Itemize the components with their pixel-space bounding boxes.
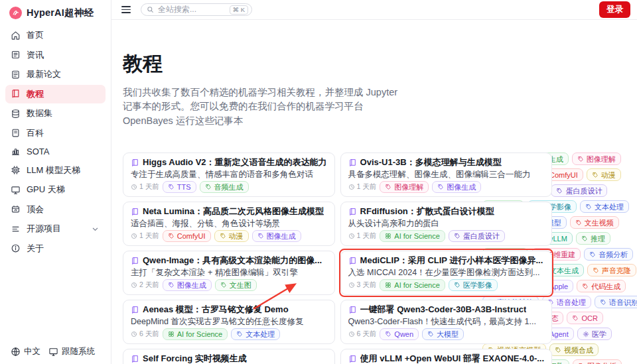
tag-pill[interactable]: 医学 [577,328,612,340]
tag-label: 医学 [592,330,606,339]
card-description: 适合插画、海报、分镜、角色设计等场景 [131,218,327,229]
sidebar-item-label: SOTA [27,147,49,156]
sidebar-item-label: 开源项目 [27,223,61,235]
search-input[interactable]: 全站搜索... ⌘ K [141,3,252,16]
sidebar-item-opensource[interactable]: 开源项目 [5,219,106,238]
card-title: RFdiffusion：扩散式蛋白设计模型 [348,206,545,217]
card-title: 一键部署 Qwen3-Coder-30B-A3B-Instruct [348,304,545,315]
sidebar-item-gpu-rank[interactable]: GPU 天梯 [5,180,106,199]
grid-icon [385,233,391,239]
tag-icon [168,233,175,239]
tag-pill[interactable]: 文本处理 [580,200,629,213]
tag-pill[interactable]: AI for Science [380,230,445,242]
sidebar-item-conferences[interactable]: 顶会 [5,200,106,219]
card-timestamp: 2 天前 [131,280,159,290]
tag-label: 图像生成 [447,182,476,192]
tag-label: AI for Science [177,330,222,339]
tag-pill[interactable]: 语音识别 [595,296,637,308]
tag-pill[interactable]: 图像理解 [572,152,621,165]
tag-label: 图像理解 [394,182,423,192]
tutorial-card[interactable]: Ovis-U1-3B：多模态理解与生成模型具备多模态理解、图像生成、图像编辑三合… [340,152,553,197]
tag-pill[interactable]: 音频生成 [200,181,249,193]
tag-pill[interactable]: 图像分析 [573,359,622,364]
card-description: DeepMind 首次实现古罗马铭文的任意长度修复 [131,316,327,327]
tag-pill[interactable]: TTS [163,181,196,193]
tag-icon [581,235,588,242]
tag-pill[interactable]: 图像生成 [432,181,481,193]
card-timestamp: 6 天前 [131,330,159,339]
tag-icon [385,331,391,337]
tag-pill[interactable]: 推理 [576,232,610,245]
sidebar-item-sota[interactable]: SOTA [5,143,106,160]
tag-pill[interactable]: 动漫 [214,230,249,242]
tag-label: 文本生成 [549,266,579,275]
sidebar-item-about[interactable]: 关于 [5,239,106,258]
tag-pill[interactable]: 视频合成 [549,343,599,356]
sidebar-item-home[interactable]: 首页 [5,26,106,44]
tag-pill[interactable]: 文生图 [215,279,257,291]
tag-label: 语音处理 [557,298,586,307]
theme-toggle[interactable]: 跟随系统 [48,346,95,357]
card-title: Self Forcing 实时视频生成 [131,353,327,364]
tag-pill[interactable]: 文本处理 [231,328,280,340]
tag-pill[interactable]: 音频分析 [584,248,633,261]
tag-icon [572,315,579,322]
topbar: 全站搜索... ⌘ K 登录 [111,0,637,20]
tag-pill[interactable]: 代码生成 [577,280,626,292]
tag-label: ComfyUI [549,170,578,180]
tag-pill[interactable]: 蛋白质设计 [551,184,607,197]
tag-pill[interactable]: Qwen [380,328,419,340]
tag-pill[interactable]: 图像生成 [252,230,301,242]
tag-pill[interactable]: ComfyUI [163,230,211,242]
tutorial-card[interactable]: 使用 vLLM +Open WebUI 部署 EXAONE-4.0-...韩国首… [340,349,553,364]
sidebar-item-datasets[interactable]: 数据集 [5,104,106,123]
tutorial-book-icon [131,158,139,167]
chart-icon [11,147,21,156]
sidebar-item-papers[interactable]: 最新论文 [5,65,106,84]
info-icon [11,243,21,253]
tag-pill[interactable]: 动漫 [587,168,621,181]
sidebar-item-label: 资讯 [27,49,44,61]
tag-pill[interactable]: 文生视频 [570,216,619,229]
tag-label: OCR [581,314,597,323]
tag-pill[interactable]: AI for Science [163,328,228,340]
tag-icon [555,347,561,353]
tag-label: 音频分析 [599,250,628,259]
sidebar-item-wiki[interactable]: 百科 [5,124,106,143]
tutorial-card[interactable]: RFdiffusion：扩散式蛋白设计模型从头设计高亲和力的蛋白1 天前AI f… [340,202,553,246]
tag-pill[interactable]: 医学影像 [449,279,498,291]
sidebar-item-llm-rank[interactable]: LLM 模型天梯 [5,161,106,180]
card-description: 专注于生成高质量、情感丰富的语音和多角色对话 [131,169,327,180]
card-timestamp: 1 天前 [348,231,377,241]
tag-pill[interactable]: 声音克隆 [587,264,636,276]
tutorial-card[interactable]: MediCLIP：采用 CLIP 进行小样本医学图像异...入选 MICCAI … [340,251,553,295]
tutorial-card[interactable]: 一键部署 Qwen3-Coder-30B-A3B-InstructQwen3-C… [340,300,553,344]
tutorial-book-icon [348,158,357,167]
tag-pill[interactable]: 大模型 [422,328,464,340]
tag-pill[interactable]: 蛋白质设计 [449,230,505,242]
tutorial-card[interactable]: Neta Lumina：高品质二次元风格图像生成模型适合插画、海报、分镜、角色设… [123,202,335,246]
clock-icon [348,233,355,239]
tag-label: AI for Science [394,280,439,290]
login-button[interactable]: 登录 [599,1,630,18]
card-description: 具备多模态理解、图像生成、图像编辑三合一能力 [348,169,545,180]
conference-icon [11,204,21,214]
tutorial-card[interactable]: Higgs Audio V2：重新定义语音生成的表达能力专注于生成高质量、情感丰… [123,152,335,197]
language-toggle[interactable]: 中文 [11,346,40,357]
card-title: Neta Lumina：高品质二次元风格图像生成模型 [131,206,327,217]
tutorial-card[interactable]: Aeneas 模型：古罗马铭文修复 DemoDeepMind 首次实现古罗马铭文… [123,300,335,344]
clock-icon [348,184,355,190]
tag-pill[interactable]: AI for Science [380,279,445,291]
tag-label: ComfyUI [177,231,206,241]
tag-pill[interactable]: 图像理解 [380,181,429,193]
sidebar-item-tutorials[interactable]: 教程 [5,85,106,103]
hamburger-menu-icon[interactable] [119,4,133,15]
tag-pill[interactable]: 图像生成 [163,279,212,291]
tutorial-card[interactable]: Self Forcing 实时视频生成一种用于自回归视频扩散模型的全新训练范式 [123,349,335,364]
tag-pill[interactable]: OCR [567,312,602,324]
database-icon [11,109,21,119]
sidebar-item-news[interactable]: 资讯 [5,46,106,64]
brand-logo[interactable]: HyperAI超神经 [0,4,111,26]
card-description: 入选 MICCAI 2024！在少量医学图像检测方面达到... [348,267,545,278]
tutorial-card[interactable]: Qwen-Image：具有高级文本渲染能力的图像...主打「复杂文本渲染 + 精… [123,251,335,295]
